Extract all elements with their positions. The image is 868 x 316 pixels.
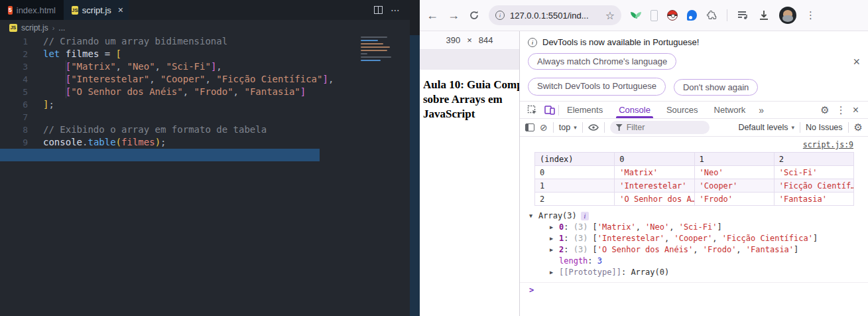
tab-console[interactable]: Console bbox=[611, 102, 658, 118]
console-messages: script.js:9 (index)012 0'Matrix''Neo''Sc… bbox=[520, 137, 868, 295]
code-line-2[interactable]: 2let filmes = [ bbox=[0, 48, 410, 60]
minimap-line bbox=[361, 40, 378, 41]
tab-sources[interactable]: Sources bbox=[658, 102, 706, 118]
tree-row[interactable]: length: 3 bbox=[529, 256, 868, 267]
tree-caret-icon[interactable]: ▶ bbox=[550, 267, 559, 278]
code-line-9[interactable]: 9console.table(filmes); bbox=[0, 136, 410, 149]
table-header-cell[interactable]: 1 bbox=[694, 153, 774, 166]
vscode-window: 5 index.html JS script.js × ⋯ JS script.… bbox=[0, 0, 410, 316]
close-tab-icon[interactable]: × bbox=[118, 5, 123, 15]
console-sidebar-icon[interactable] bbox=[525, 123, 534, 131]
extension-flame-icon[interactable] bbox=[687, 10, 697, 21]
tree-row[interactable]: ▶1: (3) ['Interestelar', 'Cooper', 'Ficç… bbox=[529, 233, 868, 244]
tree-caret-icon[interactable]: ▶ bbox=[550, 233, 559, 244]
chevron-down-icon: ▾ bbox=[574, 124, 577, 131]
tab-script-js[interactable]: JS script.js × bbox=[64, 0, 129, 20]
context-selector[interactable]: top ▾ bbox=[559, 123, 577, 132]
editor-tab-bar: 5 index.html JS script.js × ⋯ bbox=[0, 0, 410, 20]
extension-green-icon[interactable] bbox=[631, 10, 641, 21]
console-prompt[interactable]: > bbox=[520, 282, 868, 295]
address-bar[interactable]: i 127.0.0.1:5501/ind... ☆ bbox=[489, 5, 621, 25]
js-icon: JS bbox=[9, 24, 17, 32]
reload-icon[interactable] bbox=[469, 10, 479, 21]
toolbar-divider bbox=[553, 122, 554, 133]
log-levels-label: Default levels bbox=[738, 123, 788, 132]
code-editor[interactable]: 1// Criando um array bidimensional2let f… bbox=[0, 35, 410, 316]
url-text[interactable]: 127.0.0.1:5501/ind... bbox=[510, 11, 600, 21]
table-cell: 'Sci-Fi' bbox=[774, 166, 853, 179]
browser-menu-icon[interactable]: ⋮ bbox=[806, 9, 816, 21]
tree-row[interactable]: ▶0: (3) ['Matrix', 'Neo', 'Sci-Fi'] bbox=[529, 222, 868, 233]
extension-phone-icon[interactable] bbox=[651, 10, 658, 21]
breadcrumb-symbol[interactable]: ... bbox=[58, 23, 65, 33]
profile-avatar[interactable] bbox=[779, 7, 796, 24]
tree-caret-icon[interactable]: ▶ bbox=[550, 244, 559, 256]
match-language-button[interactable]: Always match Chrome's language bbox=[528, 53, 676, 70]
breadcrumb-file[interactable]: script.js bbox=[21, 23, 48, 33]
console-settings-icon[interactable]: ⚙ bbox=[854, 121, 863, 133]
extensions-puzzle-icon[interactable] bbox=[706, 10, 717, 21]
tree-row[interactable]: ▼Array(3)i bbox=[529, 210, 868, 222]
code-line-3[interactable]: 3 ["Matrix", "Neo", "Sci-Fi"], bbox=[0, 60, 410, 73]
bookmark-star-icon[interactable]: ☆ bbox=[605, 9, 615, 22]
code-line-4[interactable]: 4 ["Interestelar", "Cooper", "Ficção Cie… bbox=[0, 73, 410, 86]
filter-input[interactable] bbox=[627, 123, 693, 132]
clear-console-icon[interactable]: ⊘ bbox=[540, 122, 548, 133]
minimap-line bbox=[361, 56, 391, 58]
split-editor-icon[interactable] bbox=[374, 6, 383, 14]
minimap-line bbox=[361, 60, 381, 61]
minimap-line bbox=[361, 46, 390, 48]
code-line-8[interactable]: 8// Exibindo o array em formato de tabel… bbox=[0, 123, 410, 136]
more-actions-icon[interactable]: ⋯ bbox=[391, 5, 401, 15]
log-levels-dropdown[interactable]: Default levels ▾ bbox=[738, 123, 794, 132]
toolbar-divider bbox=[848, 122, 849, 133]
switch-language-button[interactable]: Switch DevTools to Portuguese bbox=[528, 78, 666, 96]
code-line-7[interactable]: 7 bbox=[0, 111, 410, 123]
devtools-close-icon[interactable]: × bbox=[853, 104, 859, 116]
minimap-line bbox=[361, 43, 383, 44]
tree-row[interactable]: ▶[[Prototype]]: Array(0) bbox=[529, 267, 868, 278]
extension-pokeball-icon[interactable] bbox=[667, 10, 678, 21]
tree-row[interactable]: ▶2: (3) ['O Senhor dos Anéis', 'Frodo', … bbox=[529, 244, 868, 256]
live-expression-eye-icon[interactable] bbox=[588, 122, 599, 133]
source-link[interactable]: script.js:9 bbox=[520, 137, 868, 151]
code-line-6[interactable]: 6]; bbox=[0, 98, 410, 111]
table-header-cell[interactable]: (index) bbox=[535, 153, 615, 166]
tab-elements[interactable]: Elements bbox=[559, 102, 611, 118]
tree-caret-icon[interactable]: ▼ bbox=[529, 210, 538, 222]
device-width-input[interactable]: 390 bbox=[446, 35, 461, 45]
code-line-10[interactable]: 10 bbox=[0, 149, 410, 161]
tab-label: index.html bbox=[17, 5, 56, 15]
table-row: 0'Matrix''Neo''Sci-Fi' bbox=[535, 166, 854, 179]
tab-network[interactable]: Network bbox=[706, 102, 754, 118]
tree-caret-icon[interactable]: ▶ bbox=[550, 222, 559, 233]
forward-icon[interactable]: → bbox=[448, 9, 460, 23]
toolbar-divider bbox=[604, 122, 605, 133]
toolbar-divider bbox=[800, 122, 800, 133]
table-header-cell[interactable]: 2 bbox=[774, 153, 853, 166]
table-cell: 0 bbox=[535, 166, 615, 179]
device-toolbar-toggle-icon[interactable] bbox=[541, 103, 558, 118]
dont-show-again-button[interactable]: Don't show again bbox=[674, 79, 758, 96]
code-line-1[interactable]: 1// Criando um array bidimensional bbox=[0, 35, 410, 48]
minimap-line bbox=[361, 37, 387, 38]
code-line-5[interactable]: 5 ["O Senhor dos Anéis", "Frodo", "Fanta… bbox=[0, 86, 410, 98]
site-info-icon[interactable]: i bbox=[495, 11, 505, 20]
devtools-menu-icon[interactable]: ⋮ bbox=[836, 104, 846, 116]
minimap[interactable] bbox=[361, 37, 395, 71]
table-header-cell[interactable]: 0 bbox=[615, 153, 694, 166]
downloads-icon[interactable] bbox=[758, 9, 770, 21]
back-icon[interactable]: ← bbox=[426, 9, 438, 23]
media-controls-icon[interactable] bbox=[737, 9, 749, 21]
filter-box bbox=[610, 121, 710, 134]
more-tabs-icon[interactable]: » bbox=[753, 105, 769, 116]
dimension-times: × bbox=[467, 35, 472, 45]
breadcrumb[interactable]: JS script.js › ... bbox=[0, 20, 410, 35]
infobar-close-icon[interactable]: × bbox=[853, 55, 860, 69]
device-height-input[interactable]: 844 bbox=[479, 35, 493, 45]
issues-counter[interactable]: No Issues bbox=[806, 123, 843, 132]
heading-line: JavaScript bbox=[423, 107, 519, 121]
tab-index-html[interactable]: 5 index.html bbox=[0, 0, 64, 20]
devtools-settings-icon[interactable]: ⚙ bbox=[820, 104, 829, 116]
inspect-element-icon[interactable] bbox=[524, 103, 541, 118]
